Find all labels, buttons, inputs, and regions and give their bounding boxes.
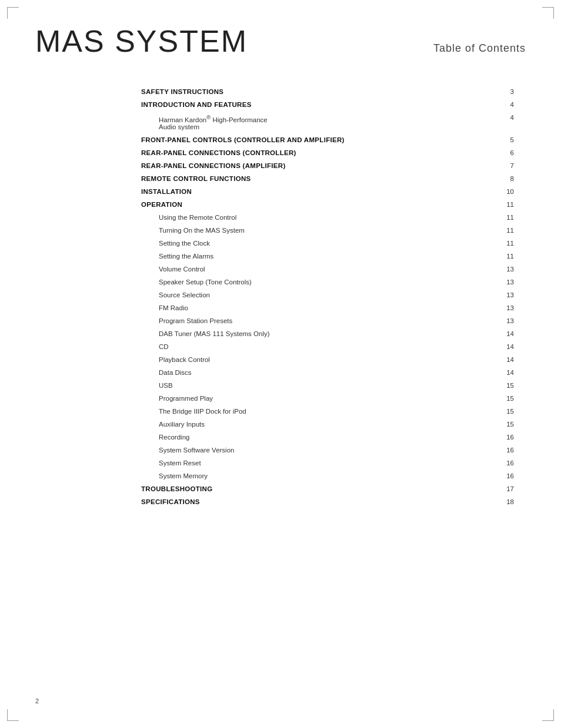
toc-entry-title: USB — [141, 382, 496, 389]
toc-entry: Speaker Setup (Tone Controls)13 — [141, 276, 514, 288]
toc-entry: System Reset16 — [141, 457, 514, 469]
toc-entry: TROUBLESHOOTING17 — [141, 482, 514, 495]
corner-mark-bl — [7, 709, 19, 721]
toc-entry-page: 13 — [496, 291, 514, 298]
toc-entry-title: REAR-PANEL CONNECTIONS (Controller) — [141, 149, 496, 156]
toc-entry: FRONT-PANEL CONTROLS (Controller and Amp… — [141, 133, 514, 146]
page-number: 2 — [35, 697, 39, 704]
toc-entry-page: 16 — [496, 447, 514, 454]
toc-entry-title: Data Discs — [141, 369, 496, 376]
header: MAS SYSTEM Table of Contents — [35, 24, 526, 59]
toc-entry: SPECIFICATIONS18 — [141, 495, 514, 508]
toc-entry-page: 15 — [496, 382, 514, 389]
toc-entry-page: 6 — [496, 149, 514, 156]
toc-entry-page: 11 — [496, 240, 514, 247]
toc-entry-title: Harman Kardon® High-PerformanceAudio sys… — [141, 114, 496, 130]
toc-entry-title: Setting the Alarms — [141, 253, 496, 260]
toc-entry-title: System Software Version — [141, 447, 496, 454]
toc-entry-title: FM Radio — [141, 304, 496, 311]
main-title: MAS SYSTEM — [35, 24, 248, 59]
toc-entry-page: 16 — [496, 434, 514, 441]
toc-entry-title: DAB Tuner (MAS 111 Systems Only) — [141, 330, 496, 337]
toc-entry-page: 16 — [496, 459, 514, 467]
toc-entry-page: 14 — [496, 330, 514, 337]
toc-entry-title: Using the Remote Control — [141, 214, 496, 221]
toc-entry: USB15 — [141, 379, 514, 392]
toc-entry-title: Source Selection — [141, 291, 496, 298]
toc-entry-title: REAR-PANEL CONNECTIONS (Amplifier) — [141, 162, 496, 169]
toc-entry-page: 11 — [496, 201, 514, 208]
toc-entry-page: 13 — [496, 266, 514, 273]
toc-entry: Source Selection13 — [141, 288, 514, 301]
toc-entry: OPERATION11 — [141, 198, 514, 211]
toc-entry-page: 4 — [496, 114, 514, 130]
toc-entry-page: 14 — [496, 356, 514, 363]
toc-entry-page: 15 — [496, 408, 514, 415]
toc-entry-page: 10 — [496, 188, 514, 195]
toc-entry-title: System Memory — [141, 472, 496, 479]
toc-entry: Auxiliary Inputs15 — [141, 418, 514, 431]
toc-entry-page: 4 — [496, 101, 514, 108]
corner-mark-tl — [7, 7, 19, 19]
toc-entry-page: 13 — [496, 279, 514, 286]
toc-entry-title: INSTALLATION — [141, 188, 496, 195]
toc-entry: Data Discs14 — [141, 366, 514, 379]
toc-entry-page: 15 — [496, 421, 514, 428]
toc-entry-page: 7 — [496, 162, 514, 169]
toc-entry: Volume Control13 — [141, 263, 514, 276]
toc-entry-title: CD — [141, 343, 496, 350]
toc-entry-title: TROUBLESHOOTING — [141, 485, 496, 492]
toc-entry-title: The Bridge IIIP Dock for iPod — [141, 408, 496, 415]
toc-entry-page: 11 — [496, 227, 514, 234]
toc-entry-page: 15 — [496, 395, 514, 402]
toc-entry: REMOTE CONTROL FUNCTIONS8 — [141, 172, 514, 185]
toc-entry-title: SPECIFICATIONS — [141, 498, 496, 505]
toc-entry-page: 13 — [496, 317, 514, 324]
toc-entry: Setting the Clock11 — [141, 237, 514, 250]
toc-entry-page: 14 — [496, 369, 514, 376]
toc-entry-title: SAFETY INSTRUCTIONS — [141, 88, 496, 95]
toc-entry-page: 14 — [496, 343, 514, 350]
toc-entry: REAR-PANEL CONNECTIONS (Amplifier)7 — [141, 159, 514, 172]
toc-entry-page: 11 — [496, 253, 514, 260]
toc-entry: Program Station Presets13 — [141, 314, 514, 327]
toc-entry: REAR-PANEL CONNECTIONS (Controller)6 — [141, 146, 514, 159]
toc-entry: CD14 — [141, 340, 514, 353]
toc-entry: The Bridge IIIP Dock for iPod15 — [141, 405, 514, 418]
toc-entry-title: Turning On the MAS System — [141, 227, 496, 234]
toc-entry-page: 13 — [496, 304, 514, 311]
toc-entry: Setting the Alarms11 — [141, 250, 514, 263]
toc-entry-title: REMOTE CONTROL FUNCTIONS — [141, 175, 496, 182]
toc-entry: Programmed Play15 — [141, 392, 514, 405]
toc-entry-page: 5 — [496, 136, 514, 143]
toc-entry-page: 3 — [496, 88, 514, 95]
toc-entry: System Memory16 — [141, 469, 514, 482]
page: MAS SYSTEM Table of Contents SAFETY INST… — [0, 0, 561, 728]
toc-entry: INSTALLATION10 — [141, 185, 514, 198]
toc-entry-title: Setting the Clock — [141, 240, 496, 247]
toc-entry-page: 8 — [496, 175, 514, 182]
toc-entry: DAB Tuner (MAS 111 Systems Only)14 — [141, 327, 514, 340]
toc-entry-title: OPERATION — [141, 201, 496, 208]
toc-entry-title: Recording — [141, 434, 496, 441]
toc-entry-title: Programmed Play — [141, 395, 496, 402]
toc-entry-page: 17 — [496, 485, 514, 492]
toc-entry: Turning On the MAS System11 — [141, 224, 514, 237]
toc-entry-title: Playback Control — [141, 356, 496, 363]
toc-entry: Using the Remote Control11 — [141, 211, 514, 224]
toc-entry-title: FRONT-PANEL CONTROLS (Controller and Amp… — [141, 136, 496, 143]
toc-entry-title: Speaker Setup (Tone Controls) — [141, 279, 496, 286]
toc-entry: Playback Control14 — [141, 353, 514, 366]
toc-entry-title: Program Station Presets — [141, 317, 496, 324]
toc-entry-page: 11 — [496, 214, 514, 221]
toc-entry-page: 16 — [496, 472, 514, 479]
toc-entry: Recording16 — [141, 431, 514, 444]
corner-mark-br — [542, 709, 554, 721]
toc-entry: SAFETY INSTRUCTIONS3 — [141, 85, 514, 98]
toc-entry-page: 18 — [496, 498, 514, 505]
toc-entry: FM Radio13 — [141, 301, 514, 314]
corner-mark-tr — [542, 7, 554, 19]
toc-entry-title: Auxiliary Inputs — [141, 421, 496, 428]
toc-entry: System Software Version16 — [141, 444, 514, 457]
toc-content: SAFETY INSTRUCTIONS3INTRODUCTION AND FEA… — [141, 85, 514, 508]
